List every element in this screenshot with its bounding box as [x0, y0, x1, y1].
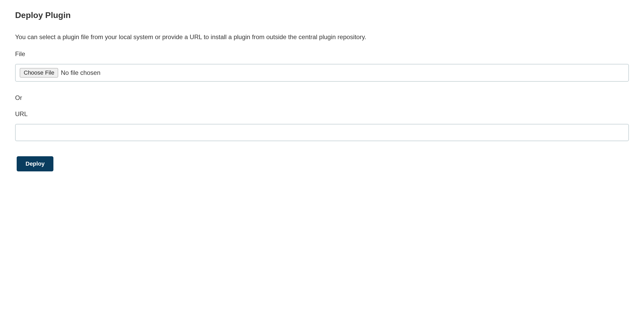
url-label: URL: [15, 110, 629, 118]
or-label: Or: [15, 94, 629, 101]
url-input[interactable]: [15, 124, 629, 141]
file-input[interactable]: Choose File No file chosen: [15, 64, 629, 82]
file-status-text: No file chosen: [61, 69, 100, 76]
page-title: Deploy Plugin: [15, 10, 629, 20]
choose-file-button[interactable]: Choose File: [20, 68, 58, 77]
file-label: File: [15, 50, 629, 58]
page-description: You can select a plugin file from your l…: [15, 33, 629, 41]
deploy-button[interactable]: Deploy: [17, 156, 53, 171]
